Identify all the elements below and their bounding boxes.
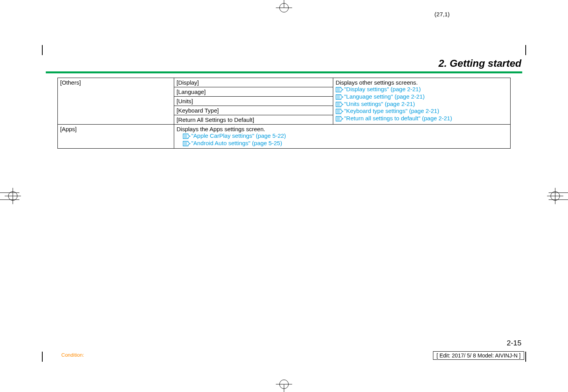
desc-intro: Displays other settings screens. [336, 79, 508, 86]
crop-mark-top [278, 0, 290, 12]
settings-table: [Others] [Display] Displays other settin… [57, 78, 511, 149]
edge-tick [0, 199, 19, 200]
cell-others-sub: [Display] [174, 78, 333, 87]
edge-tick [0, 193, 19, 193]
header-divider [46, 71, 522, 73]
cell-apps-label: [Apps] [58, 125, 174, 149]
page: (27,1) 2. Getting started [Others] [Disp… [0, 0, 568, 392]
reference-icon [336, 116, 343, 121]
chapter-title: 2. Getting started [438, 57, 521, 69]
edge-tick [549, 199, 568, 200]
reference-icon [336, 87, 343, 92]
reference-icon [336, 102, 343, 107]
reference-link: "Android Auto settings" (page 5-25) [191, 140, 282, 146]
reference-link: "Language setting" (page 2-21) [344, 93, 424, 100]
trim-tick [525, 352, 526, 362]
table-row: [Apps] Displays the Apps settings screen… [58, 125, 511, 149]
crop-mark-bottom [278, 380, 290, 392]
reference-link: "Apple CarPlay settings" (page 5-22) [191, 132, 286, 139]
reference-icon [336, 94, 343, 100]
cell-apps-desc: Displays the Apps settings screen. "Appl… [174, 125, 511, 149]
crop-mark-left [6, 189, 19, 203]
crop-mark-right [549, 189, 562, 203]
table-row: [Others] [Display] Displays other settin… [58, 78, 511, 87]
cell-others-sub: [Language] [174, 87, 333, 97]
page-coordinate: (27,1) [435, 11, 450, 17]
reference-link: "Keyboard type settings" (page 2-21) [344, 108, 439, 114]
cell-others-desc: Displays other settings screens. "Displa… [333, 78, 511, 125]
cell-others-sub: [Keyboard Type] [174, 106, 333, 115]
trim-tick [42, 45, 43, 55]
cell-others-sub: [Return All Settings to Default] [174, 115, 333, 125]
trim-tick [42, 352, 43, 362]
reference-icon [183, 141, 190, 146]
trim-tick [525, 45, 526, 55]
cell-others-label: [Others] [58, 78, 174, 125]
desc-intro: Displays the Apps settings screen. [177, 126, 508, 132]
reference-icon [336, 109, 343, 114]
page-number: 2-15 [507, 339, 521, 347]
reference-icon [183, 134, 190, 139]
reference-link: "Units settings" (page 2-21) [344, 101, 415, 107]
edit-info-box: [ Edit: 2017/ 5/ 8 Model: AIVINJ-N ] [433, 351, 524, 360]
edge-tick [549, 193, 568, 193]
cell-others-sub: [Units] [174, 97, 333, 106]
reference-link: "Display settings" (page 2-21) [344, 86, 421, 92]
condition-label: Condition: [61, 352, 84, 358]
reference-link: "Return all settings to default" (page 2… [344, 115, 452, 121]
